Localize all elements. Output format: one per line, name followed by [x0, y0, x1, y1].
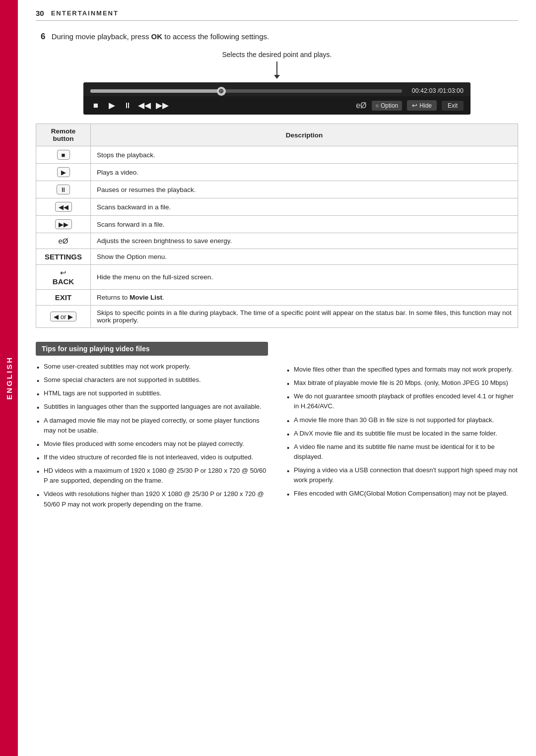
sidebar-label: ENGLISH [5, 356, 13, 400]
remote-cell: SETTINGS [36, 249, 91, 265]
hide-button[interactable]: ↩ Hide [407, 100, 437, 111]
remote-icon: ▶ [57, 167, 70, 177]
table-row: ■Stops the playback. [36, 146, 518, 164]
page-number: 30 [36, 9, 44, 17]
sidebar: ENGLISH [0, 0, 18, 756]
col-description: Description [91, 124, 518, 146]
tips-item: HTML tags are not supported in subtitles… [36, 388, 268, 398]
tips-section: Tips for using playing video files Some … [36, 342, 518, 513]
time-display: 00:42:03 /01:03:00 [409, 87, 464, 94]
tips-item: Playing a video via a USB connection tha… [286, 465, 518, 485]
instruction-line: 6 During movie playback, press OK to acc… [41, 32, 518, 42]
stop-button[interactable]: ■ [90, 101, 101, 111]
progress-bar-track[interactable]: ⊕ [90, 89, 402, 93]
tips-item: Max bitrate of playable movie file is 20… [286, 378, 518, 388]
hide-arrow-icon: ↩ [412, 102, 417, 109]
diagram-area: Selects the desired point and plays. ⊕ 0… [36, 51, 518, 115]
tips-item: A video file name and its subtitle file … [286, 442, 518, 462]
option-label: Option [381, 102, 398, 109]
table-row: ↩BACKHide the menu on the full-sized scr… [36, 265, 518, 290]
description-cell: Scans forward in a file. [91, 216, 518, 233]
controls-bar: ■ ▶ ⏸ ◀◀ ▶▶ eØ ≡ Option ↩ Hide Exit [83, 96, 470, 115]
tips-item: A movie file more than 30 GB in file siz… [286, 415, 518, 425]
tips-left-list: Some user-created subtitles may not work… [36, 362, 268, 509]
settings-icon: ≡ [376, 103, 379, 109]
tips-item: Some special characters are not supporte… [36, 375, 268, 385]
table-row: ⏸Pauses or resumes the playback. [36, 181, 518, 198]
tips-item: If the video structure of recorded file … [36, 452, 268, 462]
eco-button[interactable]: eØ [356, 101, 366, 110]
table-row: ▶▶Scans forward in a file. [36, 216, 518, 233]
tips-item: A DivX movie file and its subtitle file … [286, 429, 518, 439]
description-cell: Hide the menu on the full-sized screen. [91, 265, 518, 290]
settings-option-button[interactable]: ≡ Option [372, 101, 402, 111]
table-row: SETTINGSShow the Option menu. [36, 249, 518, 265]
exit-button[interactable]: Exit [442, 101, 464, 111]
description-cell: Pauses or resumes the playback. [91, 181, 518, 198]
ok-label: OK [151, 32, 163, 41]
tips-item: Movie files produced with some encoders … [36, 439, 268, 449]
table-row: ◀◀Scans backward in a file. [36, 198, 518, 216]
progress-bar-area: ⊕ 00:42:03 /01:03:00 [83, 82, 470, 96]
instruction-rest: to access the following settings. [162, 32, 269, 41]
eco-icon: eØ [356, 101, 366, 110]
progress-cursor[interactable]: ⊕ [217, 87, 226, 96]
step-number: 6 [41, 32, 45, 41]
tips-item: We do not guarantee smooth playback of p… [286, 391, 518, 411]
table-row: ▶Plays a video. [36, 164, 518, 181]
tips-left-col: Tips for using playing video files Some … [36, 342, 268, 513]
remote-icon: ◀ or ▶ [50, 312, 76, 321]
table-row: ◀ or ▶Skips to specific points in a file… [36, 306, 518, 328]
forward-button[interactable]: ▶▶ [156, 100, 169, 111]
remote-cell: ▶▶ [36, 216, 91, 233]
rewind-button[interactable]: ◀◀ [138, 100, 151, 111]
tips-right-list: Movie files other than the specified typ… [286, 365, 518, 499]
tips-item: Subtitles in languages other than the su… [36, 402, 268, 412]
table-row: EXITReturns to Movie List. [36, 290, 518, 306]
play-button[interactable]: ▶ [106, 100, 117, 111]
tips-right-col: Movie files other than the specified typ… [286, 342, 518, 513]
tips-item: Videos with resolutions higher than 1920… [36, 489, 268, 509]
table-row: eØAdjusts the screen brightness to save … [36, 233, 518, 249]
remote-cell: ↩BACK [36, 265, 91, 290]
col-remote-button: Remotebutton [36, 124, 91, 146]
description-cell: Show the Option menu. [91, 249, 518, 265]
main-content: 30 ENTERTAINMENT 6 During movie playback… [18, 0, 536, 528]
hide-label: Hide [419, 102, 432, 109]
remote-icon: ■ [57, 150, 70, 160]
description-cell: Stops the playback. [91, 146, 518, 164]
remote-cell: ◀◀ [36, 198, 91, 216]
arrow-down-indicator [276, 62, 277, 75]
remote-cell: ◀ or ▶ [36, 306, 91, 328]
description-cell: Skips to specific points in a file durin… [91, 306, 518, 328]
description-cell: Adjusts the screen brightness to save en… [91, 233, 518, 249]
remote-cell: eØ [36, 233, 91, 249]
tips-item: Movie files other than the specified typ… [286, 365, 518, 375]
progress-bar-fill [90, 89, 221, 93]
tips-heading: Tips for using playing video files [36, 342, 268, 356]
pause-button[interactable]: ⏸ [122, 101, 133, 110]
tips-item: A damaged movie file may not be played c… [36, 416, 268, 436]
tips-item: Files encoded with GMC(Global Motion Com… [286, 489, 518, 499]
selects-label: Selects the desired point and plays. [222, 51, 332, 59]
remote-cell: ▶ [36, 164, 91, 181]
page-title: ENTERTAINMENT [51, 9, 119, 17]
remote-icon: ⏸ [57, 185, 70, 194]
tips-item: Some user-created subtitles may not work… [36, 362, 268, 372]
reference-table: Remotebutton Description ■Stops the play… [36, 124, 518, 328]
instruction-text: During movie playback, press [52, 32, 151, 41]
exit-label: Exit [448, 102, 458, 109]
description-cell: Scans backward in a file. [91, 198, 518, 216]
remote-cell: EXIT [36, 290, 91, 306]
description-cell: Plays a video. [91, 164, 518, 181]
page-header: 30 ENTERTAINMENT [36, 9, 518, 21]
remote-icon: ◀◀ [55, 202, 72, 212]
tips-item: HD videos with a maximum of 1920 x 1080 … [36, 466, 268, 486]
remote-cell: ■ [36, 146, 91, 164]
remote-icon: ▶▶ [55, 219, 72, 229]
player-ui: ⊕ 00:42:03 /01:03:00 ■ ▶ ⏸ ◀◀ ▶▶ eØ ≡ Op… [83, 82, 470, 115]
remote-cell: ⏸ [36, 181, 91, 198]
description-cell: Returns to Movie List. [91, 290, 518, 306]
cursor-icon: ⊕ [218, 87, 224, 95]
